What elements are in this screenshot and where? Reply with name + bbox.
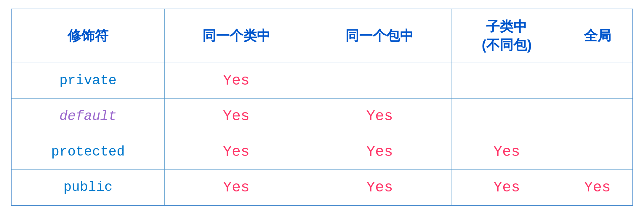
cell-private-same-class: Yes [165, 63, 308, 99]
cell-protected-global [562, 134, 633, 170]
col-header-same-class: 同一个类中 [165, 9, 308, 63]
modifier-protected: protected [11, 134, 165, 170]
cell-private-subclass [451, 63, 562, 99]
cell-default-same-class: Yes [165, 99, 308, 134]
col-header-subclass: 子类中(不同包) [451, 9, 562, 63]
access-modifier-table: 修饰符 同一个类中 同一个包中 子类中(不同包) 全局 private Yes … [11, 9, 633, 206]
modifier-default: default [11, 99, 165, 134]
col-header-modifier: 修饰符 [11, 9, 165, 63]
cell-protected-same-package: Yes [308, 134, 451, 170]
cell-protected-subclass: Yes [451, 134, 562, 170]
cell-public-subclass: Yes [451, 170, 562, 205]
table-row: public Yes Yes Yes Yes [11, 170, 633, 205]
cell-public-same-class: Yes [165, 170, 308, 205]
cell-public-global: Yes [562, 170, 633, 205]
col-header-global: 全局 [562, 9, 633, 63]
cell-protected-same-class: Yes [165, 134, 308, 170]
col-header-same-package: 同一个包中 [308, 9, 451, 63]
modifier-private: private [11, 63, 165, 99]
table-row: protected Yes Yes Yes [11, 134, 633, 170]
cell-private-global [562, 63, 633, 99]
table-row: default Yes Yes [11, 99, 633, 134]
cell-public-same-package: Yes [308, 170, 451, 205]
table-container: 修饰符 同一个类中 同一个包中 子类中(不同包) 全局 private Yes … [0, 0, 644, 214]
cell-private-same-package [308, 63, 451, 99]
header-row: 修饰符 同一个类中 同一个包中 子类中(不同包) 全局 [11, 9, 633, 63]
cell-default-subclass [451, 99, 562, 134]
cell-default-global [562, 99, 633, 134]
cell-default-same-package: Yes [308, 99, 451, 134]
modifier-public: public [11, 170, 165, 205]
table-row: private Yes [11, 63, 633, 99]
